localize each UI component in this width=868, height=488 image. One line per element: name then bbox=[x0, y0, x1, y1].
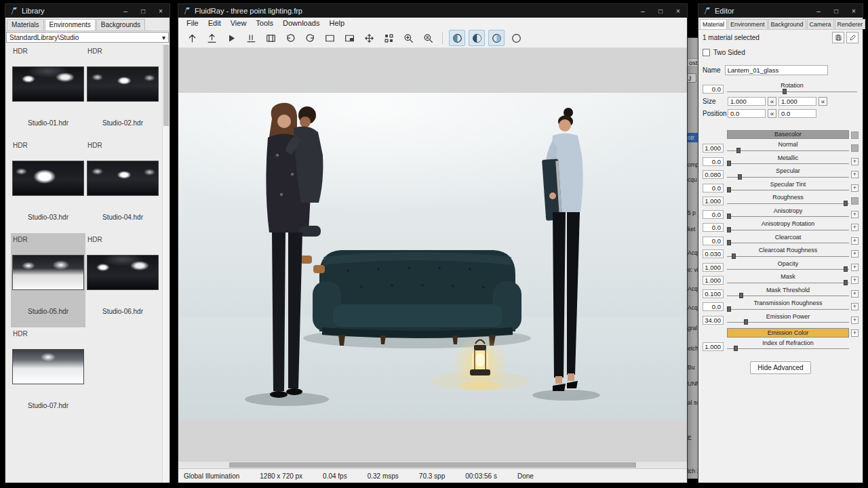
emission-power-add-texture-button[interactable]: + bbox=[851, 317, 859, 324]
roughness-texture-slot[interactable] bbox=[851, 197, 859, 205]
emission-color-swatch-button[interactable]: Emission Color bbox=[727, 328, 849, 338]
pick-material-icon[interactable] bbox=[846, 32, 859, 43]
clearcoat-slider-handle[interactable] bbox=[727, 240, 731, 245]
menu-tools[interactable]: Tools bbox=[256, 19, 273, 27]
library-item[interactable]: HDRStudio-01.hdr bbox=[11, 45, 85, 139]
editor-titlebar[interactable]: Editor – □ × bbox=[698, 4, 863, 18]
library-tab-backgrounds[interactable]: Backgrounds bbox=[96, 19, 145, 30]
specular-value-input[interactable]: 0.080 bbox=[703, 170, 724, 179]
index-of-refraction-slider-handle[interactable] bbox=[734, 346, 738, 351]
library-scrollbar[interactable] bbox=[162, 43, 170, 483]
close-button[interactable]: × bbox=[845, 4, 863, 18]
mask-threshold-slider-handle[interactable] bbox=[739, 293, 743, 298]
redo-icon[interactable] bbox=[302, 30, 318, 46]
maximize-button[interactable]: □ bbox=[827, 4, 845, 18]
roughness-value-input[interactable]: 1.000 bbox=[703, 197, 724, 205]
two-sided-checkbox[interactable] bbox=[703, 49, 710, 56]
roughness-slider-track[interactable] bbox=[727, 203, 849, 204]
anisotropy-rotation-value-input[interactable]: 0.0 bbox=[703, 223, 724, 232]
normal-texture-slot[interactable] bbox=[851, 144, 859, 152]
specular-slider-handle[interactable] bbox=[738, 174, 742, 180]
mask-slider-handle[interactable] bbox=[844, 280, 848, 285]
horizontal-scrollbar-thumb[interactable] bbox=[229, 462, 636, 468]
menu-view[interactable]: View bbox=[231, 19, 247, 27]
anisotropy-value-input[interactable]: 0.0 bbox=[703, 210, 724, 219]
menu-help[interactable]: Help bbox=[329, 19, 344, 27]
size-y-input[interactable]: 1.000 bbox=[778, 97, 816, 106]
snap-grid-icon[interactable] bbox=[380, 30, 397, 46]
specular-tint-add-texture-button[interactable]: + bbox=[851, 184, 859, 192]
clearcoat-roughness-slider-handle[interactable] bbox=[732, 253, 736, 259]
apply-material-icon[interactable] bbox=[832, 32, 844, 43]
metallic-value-input[interactable]: 0.0 bbox=[703, 157, 724, 166]
material-name-input[interactable]: Lantern_01_glass bbox=[725, 65, 828, 75]
close-button[interactable]: × bbox=[152, 4, 170, 18]
position-proportional-link[interactable]: ∝ bbox=[768, 109, 776, 118]
position-y-input[interactable]: 0.0 bbox=[778, 109, 816, 118]
viewer-titlebar[interactable]: FluidRay - three point lighting.frp – □ … bbox=[178, 4, 687, 18]
transmission-roughness-slider-track[interactable] bbox=[727, 309, 849, 310]
clearcoat-add-texture-button[interactable]: + bbox=[851, 237, 859, 245]
position-x-input[interactable]: 0.0 bbox=[728, 109, 766, 118]
anisotropy-slider-track[interactable] bbox=[727, 216, 849, 217]
filmstrip-icon[interactable] bbox=[262, 30, 279, 46]
fit-view-icon[interactable] bbox=[361, 30, 377, 46]
shade-none-icon[interactable] bbox=[508, 30, 524, 46]
shade-left-icon[interactable] bbox=[449, 30, 465, 46]
library-item[interactable]: HDRStudio-05.hdr bbox=[11, 233, 85, 327]
emission-color-add-texture-button[interactable]: + bbox=[851, 329, 859, 337]
minimize-button[interactable]: – bbox=[117, 4, 134, 18]
editor-tab-camera[interactable]: Camera bbox=[807, 19, 834, 29]
region-icon[interactable] bbox=[321, 30, 338, 46]
mask-slider-track[interactable] bbox=[727, 283, 849, 283]
minimize-button[interactable]: – bbox=[810, 4, 827, 18]
zoom-select-icon[interactable] bbox=[420, 30, 436, 46]
specular-tint-slider-track[interactable] bbox=[727, 190, 849, 190]
shade-right-icon[interactable] bbox=[488, 30, 505, 46]
mask-threshold-value-input[interactable]: 0.100 bbox=[703, 289, 724, 298]
menu-downloads[interactable]: Downloads bbox=[283, 19, 319, 27]
mask-value-input[interactable]: 1.000 bbox=[703, 276, 724, 285]
normal-slider-track[interactable] bbox=[727, 150, 849, 151]
hide-advanced-button[interactable]: Hide Advanced bbox=[750, 361, 811, 374]
anisotropy-rotation-add-texture-button[interactable]: + bbox=[851, 224, 859, 231]
transmission-roughness-slider-handle[interactable] bbox=[727, 306, 731, 312]
transmission-roughness-value-input[interactable]: 0.0 bbox=[703, 302, 724, 311]
size-x-proportional-link[interactable]: ∝ bbox=[768, 97, 776, 106]
shade-split-icon[interactable] bbox=[469, 30, 485, 46]
export-up-icon[interactable] bbox=[203, 30, 220, 46]
normal-value-input[interactable]: 1.000 bbox=[703, 144, 724, 152]
clearcoat-value-input[interactable]: 0.0 bbox=[703, 237, 724, 245]
metallic-add-texture-button[interactable]: + bbox=[851, 158, 859, 165]
index-of-refraction-value-input[interactable]: 1.000 bbox=[703, 342, 724, 351]
basecolor-swatch-button[interactable]: Basecolor bbox=[727, 130, 849, 140]
library-scrollbar-thumb[interactable] bbox=[163, 45, 169, 126]
basecolor-texture-slot[interactable] bbox=[851, 131, 859, 139]
anisotropy-rotation-slider-track[interactable] bbox=[727, 230, 849, 230]
opacity-slider-handle[interactable] bbox=[844, 266, 848, 272]
mask-threshold-slider-track[interactable] bbox=[727, 296, 849, 296]
anisotropy-slider-handle[interactable] bbox=[727, 214, 731, 219]
horizontal-scrollbar[interactable] bbox=[178, 461, 687, 468]
arrow-up-icon[interactable] bbox=[184, 30, 200, 46]
specular-tint-slider-handle[interactable] bbox=[727, 187, 731, 192]
mask-threshold-add-texture-button[interactable]: + bbox=[851, 290, 859, 298]
clearcoat-slider-track[interactable] bbox=[727, 243, 849, 243]
normal-slider-handle[interactable] bbox=[736, 148, 741, 153]
library-item[interactable]: HDRStudio-04.hdr bbox=[85, 139, 160, 233]
render-viewport[interactable] bbox=[178, 93, 687, 420]
clearcoat-roughness-add-texture-button[interactable]: + bbox=[851, 250, 859, 258]
opacity-add-texture-button[interactable]: + bbox=[851, 264, 859, 271]
opacity-slider-track[interactable] bbox=[727, 269, 849, 270]
library-tab-materials[interactable]: Materials bbox=[7, 19, 44, 30]
editor-tab-environment[interactable]: Environment bbox=[728, 19, 768, 29]
clearcoat-roughness-value-input[interactable]: 0.030 bbox=[703, 249, 724, 258]
rotation-slider-track[interactable] bbox=[727, 92, 857, 92]
size-x-input[interactable]: 1.000 bbox=[728, 97, 766, 106]
rotation-slider-handle[interactable] bbox=[783, 89, 787, 94]
frame-range-icon[interactable] bbox=[243, 30, 259, 46]
specular-slider-track[interactable] bbox=[727, 177, 849, 178]
play-icon[interactable] bbox=[223, 30, 239, 46]
minimize-button[interactable]: – bbox=[634, 4, 652, 18]
clearcoat-roughness-slider-track[interactable] bbox=[727, 256, 849, 257]
